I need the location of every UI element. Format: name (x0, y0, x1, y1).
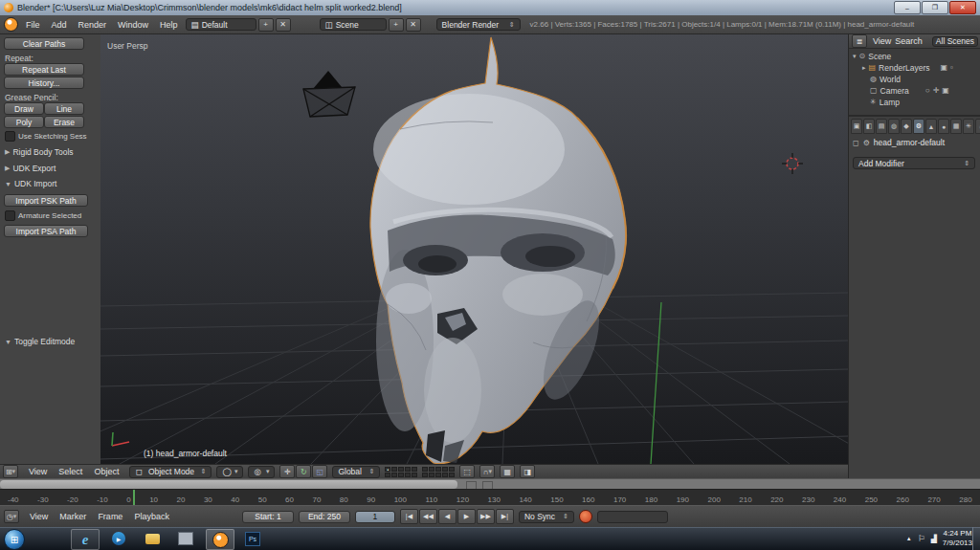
layer-cell[interactable] (405, 467, 411, 472)
frame-end-field[interactable]: End: 250 (299, 511, 350, 523)
use-sketching-checkbox[interactable]: Use Sketching Sess (5, 131, 87, 142)
layer-cell[interactable] (429, 473, 434, 477)
viewport-3d[interactable]: User Persp (1) head_armor-default (100, 34, 848, 464)
timeline-menu[interactable]: Marker (54, 512, 92, 521)
layer-cell[interactable] (405, 473, 411, 477)
timeline-menu[interactable]: View (24, 512, 54, 521)
layer-cell[interactable] (429, 467, 434, 472)
armature-selected-checkbox[interactable]: Armature Selected (5, 210, 81, 221)
editor-type-selector[interactable]: ⊞ ▾ (3, 465, 18, 478)
timeline-scrollbar[interactable] (0, 478, 980, 489)
keying-set-selector[interactable] (597, 511, 668, 523)
action-center-icon[interactable]: ⚐ (918, 534, 925, 543)
taskbar-ie-button[interactable]: e (71, 529, 100, 550)
menubar-menu[interactable]: Help (154, 20, 184, 30)
playback-button[interactable]: ▶| (496, 509, 514, 524)
minimize-button[interactable]: – (894, 1, 921, 14)
layer-cell[interactable] (385, 473, 390, 477)
outliner-item-camera[interactable]: ▢ Camera ○ ✛ ▣ (870, 85, 949, 96)
render-opengl-button[interactable]: ▦ (500, 465, 515, 478)
clock[interactable]: 4:24 PM 7/9/2013 (943, 529, 972, 548)
outliner-editor-selector[interactable]: ≣ (852, 34, 867, 48)
taskbar-blender-button[interactable] (206, 529, 234, 550)
select-toggle-icon[interactable]: ✛ (933, 86, 940, 95)
record-button[interactable] (579, 510, 592, 523)
render-opengl-anim-button[interactable]: ◨ (520, 465, 535, 478)
playback-button[interactable]: ▶ (457, 509, 476, 524)
current-frame-field[interactable]: 1 (355, 511, 395, 523)
layer-cell[interactable] (449, 467, 455, 472)
grease-line-button[interactable]: Line (44, 102, 84, 115)
manipulator-scale-button[interactable]: ◱ (312, 465, 327, 478)
taskbar-photoshop-button[interactable]: Ps (239, 529, 266, 548)
timeline-menu[interactable]: Frame (92, 512, 128, 521)
outliner-scope-selector[interactable]: All Scenes (932, 36, 978, 47)
manipulator-translate-button[interactable]: ✛ (279, 465, 295, 478)
sync-mode-selector[interactable]: No Sync ⇕ (519, 511, 574, 523)
playback-button[interactable]: ▶▶ (477, 509, 495, 524)
properties-tab[interactable]: ▤ (876, 119, 887, 134)
properties-tab[interactable]: ◍ (888, 119, 900, 134)
manipulator-rotate-button[interactable]: ↻ (296, 465, 311, 478)
screen-add-button[interactable]: + (258, 18, 274, 32)
outliner-item-world[interactable]: ◍ World (870, 74, 901, 84)
lock-button[interactable]: ⬚ (459, 465, 475, 478)
frame-start-field[interactable]: Start: 1 (242, 511, 294, 523)
helmet-model[interactable] (370, 37, 626, 464)
outliner-menu[interactable]: View (871, 36, 893, 46)
outliner-menu[interactable]: Search (893, 36, 924, 46)
layer-cell[interactable] (391, 467, 397, 472)
render-engine-selector[interactable]: Blender Render ⇕ (436, 18, 521, 31)
layer-cell[interactable] (422, 473, 428, 477)
layers-widget-a[interactable]: • (385, 467, 417, 477)
layer-cell[interactable] (398, 473, 404, 477)
viewport-menu[interactable]: Object (88, 467, 124, 476)
menubar-menu[interactable]: Window (112, 20, 154, 30)
import-psk-path-button[interactable]: Import PSK Path (4, 194, 88, 207)
layer-cell[interactable] (398, 467, 404, 472)
properties-tab[interactable]: ✳ (963, 119, 974, 134)
show-desktop-button[interactable] (972, 527, 980, 550)
window-titlebar[interactable]: Blender* [C:\Users\Luz Mia\Desktop\Crimm… (0, 0, 980, 15)
snap-button[interactable]: ∩ ▾ (479, 465, 495, 478)
grease-erase-button[interactable]: Erase (44, 116, 84, 128)
viewport-menu[interactable]: Select (53, 467, 88, 476)
timeline-ruler[interactable]: -40-30-20-100102030405060708090100110120… (0, 489, 980, 505)
pivot-selector[interactable]: ◎ ▾ (248, 466, 275, 478)
layer-cell[interactable] (412, 467, 417, 472)
screen-delete-button[interactable]: ✕ (276, 18, 291, 32)
scene-delete-button[interactable]: ✕ (406, 18, 421, 32)
properties-tab[interactable]: ● (938, 119, 949, 134)
taskbar-folder-button[interactable] (139, 529, 166, 548)
mode-selector[interactable]: ◻ Object Mode ⇕ (129, 466, 212, 478)
scene-add-button[interactable]: + (389, 18, 404, 32)
layer-cell[interactable] (422, 467, 428, 472)
start-button[interactable]: ⊞ (4, 529, 25, 550)
menubar-menu[interactable]: Add (46, 20, 73, 30)
properties-tab[interactable]: ◆ (901, 119, 912, 134)
camera-object[interactable] (303, 71, 355, 117)
import-psa-path-button[interactable]: Import PSA Path (4, 225, 88, 237)
properties-tab[interactable]: ⚙ (913, 119, 924, 134)
network-icon[interactable]: ▟ (931, 535, 937, 543)
toggle-editmode-panel[interactable]: ▼ Toggle Editmode (5, 337, 75, 346)
properties-tab[interactable]: ◌ (975, 119, 980, 134)
clear-paths-button[interactable]: Clear Paths (4, 37, 84, 50)
scrollbar-thumb[interactable] (0, 480, 457, 489)
playback-button[interactable]: ◀ (438, 509, 457, 524)
viewport-menu[interactable]: View (23, 467, 53, 476)
udk-import-panel[interactable]: ▼ UDK Import (5, 179, 56, 188)
playback-button[interactable]: ◀◀ (419, 509, 437, 524)
playback-button[interactable]: |◀ (400, 509, 418, 524)
shading-selector[interactable]: ◯ ▾ (216, 466, 243, 478)
menubar-menu[interactable]: File (20, 20, 46, 30)
layer-cell[interactable] (442, 467, 448, 472)
repeat-last-button[interactable]: Repeat Last (4, 63, 84, 76)
menubar-menu[interactable]: Render (73, 20, 113, 30)
layer-cell[interactable] (442, 473, 448, 477)
image-icon[interactable]: ▣ (940, 63, 947, 72)
grease-poly-button[interactable]: Poly (4, 116, 44, 128)
orientation-selector[interactable]: Global ⇕ (332, 466, 380, 478)
maximize-button[interactable]: ❐ (922, 1, 948, 14)
properties-tab[interactable]: ▣ (851, 119, 862, 134)
